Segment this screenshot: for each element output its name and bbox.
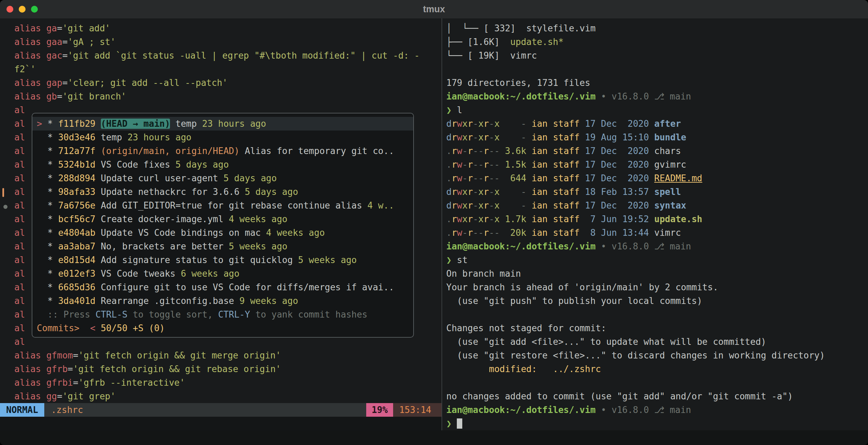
tmux-statusbar: lancer 《0》 zsh 20: [0, 430, 868, 445]
fzf-commit-list[interactable]: > * f11fb29 (HEAD → main) temp 23 hours …: [32, 113, 413, 335]
terminal-line: .rw-r--r-- 644 ian staff 17 Dec 2020 REA…: [446, 171, 868, 185]
vim-buffer-line: alias gap='clear; git add --all --patch': [14, 76, 441, 90]
terminal-line: .rwxr-xr-x 1.7k ian staff 7 Jun 19:52 up…: [446, 212, 868, 226]
fzf-commit-popup[interactable]: > * f11fb29 (HEAD → main) temp 23 hours …: [32, 113, 414, 338]
shell-pane[interactable]: │ └── [ 332] stylefile.vim├── [1.6K] upd…: [442, 18, 868, 430]
commit-line[interactable]: * 30d3e46 temp 23 hours ago: [32, 131, 413, 144]
vim-buffer-line: alias ga='git add': [14, 21, 441, 35]
terminal-line: Changes not staged for commit:: [446, 321, 868, 335]
statusline-percent: 19%: [366, 403, 393, 417]
commit-line[interactable]: * e4804ab Update VS Code bindings on mac…: [32, 226, 413, 240]
vim-buffer-line: alias gg='git grep': [14, 389, 441, 403]
terminal-line: │ └── [ 332] stylefile.vim: [446, 21, 868, 35]
terminal-line: On branch main: [446, 267, 868, 280]
vim-buffer-line: f2`': [14, 62, 441, 76]
commit-line[interactable]: * 712a77f (origin/main, origin/HEAD) Ali…: [32, 144, 413, 158]
terminal-line: [446, 62, 868, 76]
fzf-prompt-line[interactable]: Commits> < 50/50 +S (0): [32, 321, 413, 335]
vim-mode-indicator: NORMAL: [0, 403, 44, 417]
commit-line[interactable]: * 5324b1d VS Code fixes 5 days ago: [32, 158, 413, 171]
fzf-hint-line: :: Press CTRL-S to toggle sort, CTRL-Y t…: [32, 308, 413, 321]
titlebar[interactable]: tmux: [0, 0, 868, 19]
commit-line[interactable]: * 98afa33 Update nethackrc for 3.6.6 5 d…: [32, 185, 413, 199]
vim-buffer-line: alias gac='git add `git status -uall | e…: [14, 49, 441, 62]
statusline-position: 153:14: [393, 403, 441, 417]
terminal-line: drwxr-xr-x - ian staff 18 Feb 13:57 spel…: [446, 185, 868, 199]
shell-output: │ └── [ 332] stylefile.vim├── [1.6K] upd…: [442, 18, 868, 430]
shell-prompt: ian@macbook:~/.dotfiles/.vim • v16.8.0 ⎇…: [446, 90, 868, 103]
terminal-line: drwxr-xr-x - ian staff 17 Dec 2020 synta…: [446, 199, 868, 212]
statusline-spacer: [83, 403, 366, 417]
tmux-panes: alias ga='git add'alias gaa='gA ; st'ali…: [0, 18, 868, 430]
vim-buffer-line: alias gb='git branch': [14, 90, 441, 103]
statusline-filename: .zshrc: [44, 403, 83, 417]
commit-line[interactable]: * 7a6756e Add GIT_EDITOR=true for git re…: [32, 199, 413, 212]
vim-buffer-line: alias gaa='gA ; st': [14, 35, 441, 49]
terminal-line: drwxr-xr-x - ian staff 19 Aug 15:10 bund…: [446, 131, 868, 144]
terminal-line: .rw-r--r-- 20k ian staff 8 Jun 13:44 vim…: [446, 226, 868, 240]
sign-column-mark-icon: [2, 188, 4, 197]
terminal-line: .rw-r--r-- 1.5k ian staff 17 Dec 2020 gv…: [446, 158, 868, 171]
vim-buffer-line: alias gfmom='git fetch origin && git mer…: [14, 349, 441, 362]
vim-buffer-line: alias gfrb='git fetch origin && git reba…: [14, 362, 441, 376]
vim-statusline: NORMAL .zshrc 19% 153:14: [0, 403, 441, 417]
commit-line[interactable]: * 3da401d Rearrange .gitconfig.base 9 we…: [32, 294, 413, 308]
shell-prompt: ian@macbook:~/.dotfiles/.vim • v16.8.0 ⎇…: [446, 240, 868, 253]
shell-cursor-line[interactable]: ❯: [446, 417, 868, 430]
vim-pane[interactable]: alias ga='git add'alias gaa='gA ; st'ali…: [0, 18, 441, 430]
terminal-line: (use "git add <file>..." to update what …: [446, 335, 868, 349]
terminal-line: .rw-r--r-- 3.6k ian staff 17 Dec 2020 ch…: [446, 144, 868, 158]
commit-line[interactable]: * aa3aba7 No, brackets are better 5 week…: [32, 240, 413, 253]
vim-ruler: 0,0-1 All: [0, 417, 441, 430]
commit-line[interactable]: * e8d15d4 Add signature status to git qu…: [32, 253, 413, 267]
terminal-line: ├── [1.6K] update.sh*: [446, 35, 868, 49]
sign-column-dot-icon: [3, 205, 7, 209]
shell-prompt: ian@macbook:~/.dotfiles/.vim • v16.8.0 ⎇…: [446, 403, 868, 417]
commit-line[interactable]: > * f11fb29 (HEAD → main) temp 23 hours …: [32, 117, 413, 131]
terminal-line: drwxr-xr-x - ian staff 17 Dec 2020 after: [446, 117, 868, 131]
commit-line[interactable]: * 288d894 Update curl user-agent 5 days …: [32, 171, 413, 185]
window-title: tmux: [0, 0, 868, 18]
terminal-line: [446, 376, 868, 389]
terminal-line: └── [ 19K] vimrc: [446, 49, 868, 62]
terminal-line: modified: ../.zshrc: [446, 362, 868, 376]
terminal-line: Your branch is ahead of 'origin/main' by…: [446, 280, 868, 294]
vim-buffer-line: alias gfrbi='gfrb --interactive': [14, 376, 441, 389]
commit-line[interactable]: * e012ef3 VS Code tweaks 6 weeks ago: [32, 267, 413, 280]
terminal-line: [446, 308, 868, 321]
commit-line[interactable]: * 6685d36 Configure git to use VS Code f…: [32, 280, 413, 294]
terminal-line: no changes added to commit (use "git add…: [446, 389, 868, 403]
commit-line[interactable]: * bcf56c7 Create docker-image.yml 4 week…: [32, 212, 413, 226]
terminal-line: 179 directories, 1731 files: [446, 76, 868, 90]
tmux-window: tmux alias ga='git add'alias gaa='gA ; s…: [0, 0, 868, 445]
terminal-line: (use "git restore <file>..." to discard …: [446, 349, 868, 362]
terminal-line: (use "git push" to publish your local co…: [446, 294, 868, 308]
shell-command: ❯ st: [446, 253, 868, 267]
shell-command: ❯ l: [446, 103, 868, 117]
